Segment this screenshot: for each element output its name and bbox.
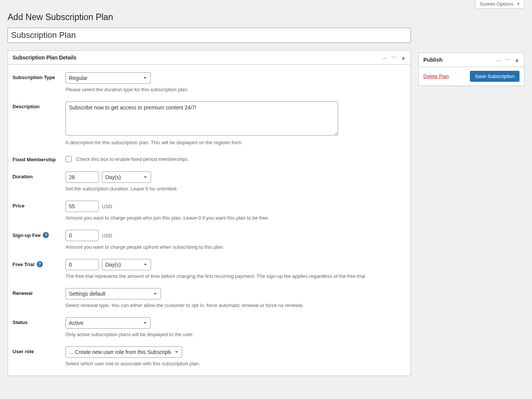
move-up-button[interactable]: ︿	[495, 56, 503, 64]
publish-box-title: Publish	[419, 53, 447, 67]
description-label: Description	[12, 101, 66, 109]
triangle-up-icon: ▲	[401, 55, 406, 61]
duration-input[interactable]	[66, 171, 99, 183]
delete-plan-link[interactable]: Delete Plan	[423, 73, 449, 79]
renewal-select[interactable]: Settings default	[66, 288, 161, 299]
publish-handle-actions: ︿ ﹀ ▲	[495, 56, 524, 64]
subscription-type-label: Subscription Type	[12, 72, 66, 80]
fixed-membership-checkbox[interactable]	[66, 156, 72, 162]
subscription-type-hint: Please select the duration type for this…	[66, 87, 406, 92]
publish-header: Publish ︿ ﹀ ▲	[419, 53, 524, 67]
details-handle-actions: ︿ ﹀ ▲	[381, 53, 410, 62]
signup-fee-label: Sign-up Fee	[12, 232, 41, 238]
duration-hint: Set the subscription duration. Leave 0 f…	[66, 186, 406, 192]
signup-fee-hint: Amount you want to charge people upfront…	[66, 244, 406, 250]
free-trial-label: Free Trial	[12, 262, 34, 267]
chevron-up-icon: ︿	[496, 57, 501, 63]
user-role-hint: Select which user role to associate with…	[66, 361, 406, 366]
help-icon[interactable]: ?	[37, 261, 43, 267]
free-trial-hint: The free trial represents the amount of …	[66, 273, 406, 279]
move-up-button[interactable]: ︿	[381, 53, 389, 62]
renewal-hint: Select renewal type. You can either allo…	[66, 302, 406, 308]
status-label: Status	[12, 317, 66, 325]
user-role-label: User role	[12, 346, 66, 354]
status-select[interactable]: Active	[66, 317, 151, 329]
free-trial-unit-select[interactable]: Day(s)	[102, 259, 151, 270]
price-input[interactable]	[66, 201, 99, 212]
chevron-down-icon: ﹀	[505, 57, 510, 63]
chevron-down-icon: ﹀	[392, 55, 397, 61]
price-hint: Amount you want to charge people who joi…	[66, 215, 406, 221]
price-currency: USD	[102, 204, 112, 209]
signup-fee-currency: USD	[102, 233, 112, 238]
chevron-up-icon: ︿	[382, 55, 388, 61]
fixed-membership-text: Check this box to enable fixed period me…	[76, 156, 189, 162]
toggle-panel-button[interactable]: ▲	[399, 53, 407, 62]
screen-options-button[interactable]: Screen Options	[475, 0, 524, 9]
price-label: Price	[12, 201, 66, 209]
user-role-select[interactable]: ... Create new user role from this Subsc…	[66, 346, 182, 358]
triangle-up-icon: ▲	[514, 57, 520, 63]
description-hint: A description for this subscription plan…	[66, 140, 406, 145]
signup-fee-input[interactable]	[66, 230, 99, 241]
page-title: Add New Subscription Plan	[8, 9, 532, 24]
duration-unit-select[interactable]: Day(s)	[102, 171, 151, 183]
status-hint: Only active subscription plans will be d…	[66, 332, 406, 337]
save-subscription-button[interactable]: Save Subscription	[470, 71, 520, 82]
free-trial-input[interactable]	[66, 259, 99, 270]
details-header: Subscription Plan Details ︿ ﹀ ▲	[8, 51, 410, 65]
publish-postbox: Publish ︿ ﹀ ▲ Delete Plan Save Subscript…	[418, 53, 524, 86]
toggle-panel-button[interactable]: ▲	[513, 56, 521, 64]
help-icon[interactable]: ?	[43, 232, 49, 238]
description-textarea[interactable]	[66, 101, 338, 136]
renewal-label: Renewal	[12, 288, 66, 296]
details-box-title: Subscription Plan Details	[8, 51, 81, 64]
details-postbox: Subscription Plan Details ︿ ﹀ ▲ Subscrip…	[8, 50, 411, 376]
move-down-button[interactable]: ﹀	[390, 53, 398, 62]
screen-options-label: Screen Options	[479, 1, 513, 7]
duration-label: Duration	[12, 171, 66, 179]
plan-title-input[interactable]	[8, 28, 411, 43]
fixed-membership-label: Fixed Membership	[12, 154, 66, 162]
move-down-button[interactable]: ﹀	[504, 56, 512, 64]
subscription-type-select[interactable]: Regular	[66, 72, 151, 84]
